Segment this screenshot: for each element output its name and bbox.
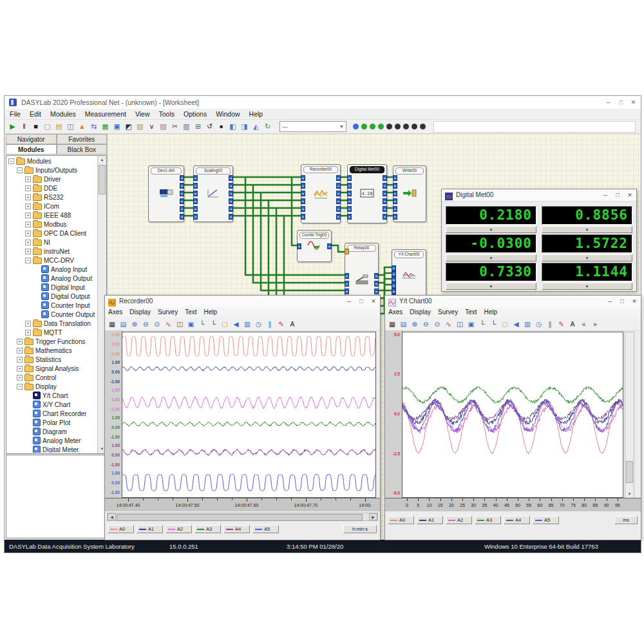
meter-dropdown-button[interactable]: ▼ xyxy=(446,226,536,233)
tree-item-modbus[interactable]: +Modbus xyxy=(7,220,97,229)
tree-item-counter-input[interactable]: Counter Input xyxy=(7,301,97,310)
legend-button-a0[interactable]: A0 xyxy=(108,525,134,533)
input-port[interactable] xyxy=(301,206,305,212)
output-port[interactable] xyxy=(383,206,387,212)
zoom-reset-icon[interactable]: ⊙ xyxy=(153,319,162,328)
ytchart-vscrollbar[interactable]: ▼ xyxy=(625,332,634,499)
scrollbar-thumb[interactable] xyxy=(626,461,633,483)
menu-help[interactable]: Help xyxy=(484,308,498,316)
input-port[interactable] xyxy=(393,191,397,196)
legend-button-a0[interactable]: A0 xyxy=(388,516,414,524)
tree-item-digital-meter[interactable]: Digital Meter xyxy=(7,445,97,453)
tree-item-statistics[interactable]: +Statistics xyxy=(7,355,97,364)
output-port[interactable] xyxy=(229,191,233,196)
zoom-in-icon[interactable]: ⊕ xyxy=(410,319,419,328)
tree-item-analog-input[interactable]: Analog Input xyxy=(7,265,97,274)
menu-window[interactable]: Window xyxy=(216,110,240,118)
scroll-up-icon[interactable]: ▲ xyxy=(98,156,106,164)
tree-item-trigger-functions[interactable]: +Trigger Functions xyxy=(7,337,97,346)
close-button[interactable]: ✕ xyxy=(629,297,639,306)
layout-icon[interactable]: ▦ xyxy=(108,319,117,328)
clipboard-icon[interactable]: ▧ xyxy=(135,122,145,131)
window-grid-icon[interactable]: ▥ xyxy=(523,319,532,328)
output-port[interactable] xyxy=(229,214,233,220)
zoom-out-icon[interactable]: ⊖ xyxy=(142,319,151,328)
maximize-button[interactable]: □ xyxy=(617,297,627,306)
tree-item-opc-da-client[interactable]: +OPC DA Client xyxy=(7,229,97,238)
output-port[interactable] xyxy=(180,198,184,204)
legend-button-a4[interactable]: A4 xyxy=(223,525,250,533)
input-port[interactable] xyxy=(393,198,397,204)
menu-text[interactable]: Text xyxy=(465,308,477,316)
menu-survey[interactable]: Survey xyxy=(158,308,178,316)
pointer-icon[interactable]: ◀ xyxy=(232,319,241,328)
tree-item-x-y-chart[interactable]: X/Y Chart xyxy=(7,400,97,409)
menu-view[interactable]: View xyxy=(135,110,150,118)
legend-button-a2[interactable]: A2 xyxy=(166,525,192,533)
meter-dropdown-button[interactable]: ▼ xyxy=(446,254,536,261)
minimize-button[interactable]: ─ xyxy=(600,191,611,200)
tree-item-analog-meter[interactable]: Analog Meter xyxy=(7,436,97,445)
input-port[interactable] xyxy=(392,271,396,277)
output-port[interactable] xyxy=(374,289,379,294)
tree-item-inputs-outputs[interactable]: −Inputs/Outputs xyxy=(7,166,97,175)
legend-button-a3[interactable]: A3 xyxy=(194,525,221,533)
close-button[interactable]: ✕ xyxy=(625,191,635,200)
input-port[interactable] xyxy=(301,198,305,204)
input-port[interactable] xyxy=(392,265,396,271)
collapse-icon[interactable]: − xyxy=(17,167,23,173)
zoom-reset-icon[interactable]: ⊙ xyxy=(433,319,442,328)
input-port[interactable] xyxy=(301,175,305,181)
scroll-right-icon[interactable]: ▶ xyxy=(369,513,377,520)
bars-icon[interactable]: ∥ xyxy=(545,319,554,328)
display-options-icon[interactable]: ▣ xyxy=(467,319,476,328)
copy-icon[interactable]: ▥ xyxy=(182,122,191,131)
expand-icon[interactable]: + xyxy=(25,185,31,191)
expand-icon[interactable]: + xyxy=(17,366,23,372)
input-port[interactable] xyxy=(297,243,301,249)
block-digital-met00[interactable]: Digital Met004.28 xyxy=(347,164,387,223)
menu-edit[interactable]: Edit xyxy=(30,110,41,118)
expand-icon[interactable]: + xyxy=(25,321,31,327)
legend-button-a3[interactable]: A3 xyxy=(475,516,501,524)
meter-dropdown-button[interactable]: ▼ xyxy=(542,254,632,261)
input-port[interactable] xyxy=(345,281,349,287)
block-write00[interactable]: Write00 xyxy=(393,166,426,222)
output-port[interactable] xyxy=(383,191,387,196)
blue-frame-icon[interactable]: ▣ xyxy=(112,122,122,131)
expand-icon[interactable]: + xyxy=(25,249,31,254)
legend-button-a5[interactable]: A5 xyxy=(533,516,559,524)
menu-file[interactable]: File xyxy=(10,110,21,118)
expand-icon[interactable]: + xyxy=(25,194,31,200)
output-port[interactable] xyxy=(229,183,233,189)
output-port[interactable] xyxy=(383,183,387,189)
tree-item-counter-output[interactable]: Counter Output xyxy=(7,310,97,319)
input-port[interactable] xyxy=(392,283,396,289)
close-button[interactable]: ✕ xyxy=(628,98,639,107)
tree-item-analog-output[interactable]: Analog Output xyxy=(7,274,97,283)
unit-button[interactable]: ms xyxy=(614,516,638,524)
input-port[interactable] xyxy=(345,273,349,279)
expand-icon[interactable]: + xyxy=(25,330,31,336)
input-port[interactable] xyxy=(347,183,352,189)
background-icon[interactable]: ▢ xyxy=(500,319,509,328)
input-port[interactable] xyxy=(393,206,397,212)
collapse-icon[interactable]: − xyxy=(8,158,14,164)
menu-axes[interactable]: Axes xyxy=(388,308,402,316)
input-port[interactable] xyxy=(301,183,305,189)
input-port[interactable] xyxy=(193,198,198,204)
tree-item-data-translation[interactable]: +Data Translation xyxy=(7,319,97,328)
tree-item-driver[interactable]: +Driver xyxy=(7,175,97,184)
input-port[interactable] xyxy=(393,175,397,181)
tree-item-mathematics[interactable]: +Mathematics xyxy=(7,346,97,355)
maximize-button[interactable]: □ xyxy=(616,98,627,107)
input-port[interactable] xyxy=(347,175,352,181)
menu-tools[interactable]: Tools xyxy=(159,110,175,118)
control-port[interactable] xyxy=(345,249,349,254)
bars-icon[interactable]: ∥ xyxy=(265,319,274,328)
menu-measurement[interactable]: Measurement xyxy=(85,110,126,118)
save-icon[interactable]: ◫ xyxy=(455,319,464,328)
ink-icon[interactable]: ● xyxy=(216,122,226,131)
text-icon[interactable]: A xyxy=(568,319,577,328)
block-combi-trig00[interactable]: Combi Trig00 xyxy=(297,230,332,262)
